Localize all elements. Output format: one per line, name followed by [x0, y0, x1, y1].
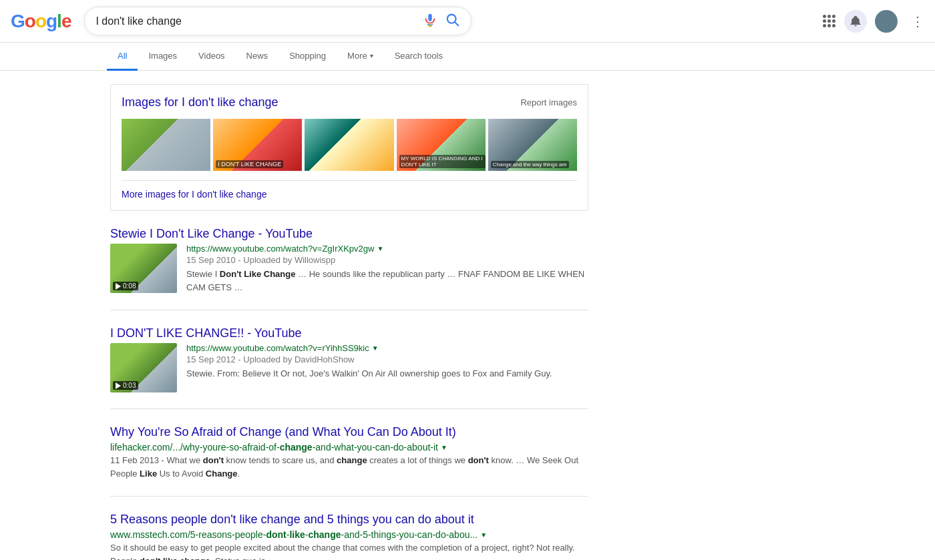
google-logo[interactable]: Google — [11, 11, 71, 32]
result-with-thumb-2: 0:03 https://www.youtube.com/watch?v=rYi… — [110, 343, 588, 392]
tab-images[interactable]: Images — [138, 43, 188, 71]
logo-g2: g — [46, 11, 57, 31]
image-section-header: Images for I don't like change Report im… — [122, 95, 577, 109]
result-url-2: https://www.youtube.com/watch?v=rYihhSS9… — [186, 343, 588, 353]
thumb-overlay-4: MY WORLD IS CHANGING AND I DON'T LIKE IT — [399, 155, 486, 168]
play-icon-2 — [116, 382, 121, 389]
tab-news[interactable]: News — [236, 43, 279, 71]
report-images-link[interactable]: Report images — [520, 97, 577, 107]
logo-l: l — [57, 11, 61, 31]
result-title-4[interactable]: 5 Reasons people don't like change and 5… — [110, 513, 588, 527]
image-thumb-2[interactable]: I DON'T LIKE CHANGE — [213, 119, 302, 171]
svg-line-4 — [455, 22, 459, 25]
logo-g: G — [11, 11, 25, 31]
result-title-1[interactable]: Stewie I Don't Like Change - YouTube — [110, 227, 588, 241]
search-bar — [84, 7, 472, 35]
image-thumb-5[interactable]: Change and the way things are — [488, 119, 577, 171]
result-title-2[interactable]: I DON'T LIKE CHANGE!! - YouTube — [110, 326, 588, 340]
result-url-arrow-2[interactable]: ▼ — [372, 344, 379, 352]
result-url-arrow-3[interactable]: ▼ — [441, 444, 447, 451]
tab-videos[interactable]: Videos — [188, 43, 236, 71]
image-thumb-4[interactable]: MY WORLD IS CHANGING AND I DON'T LIKE IT — [397, 119, 486, 171]
image-thumb-1[interactable] — [122, 119, 210, 171]
notification-icon[interactable] — [844, 10, 867, 33]
header-right: ⋮ — [823, 10, 924, 33]
result-url-4: www.msstech.com/5-reasons-people-dont-li… — [110, 529, 588, 540]
video-duration-1: 0:08 — [113, 282, 138, 290]
image-section: Images for I don't like change Report im… — [110, 84, 588, 211]
result-item-4: 5 Reasons people don't like change and 5… — [110, 513, 588, 560]
tab-all[interactable]: All — [107, 43, 138, 71]
result-item-2: I DON'T LIKE CHANGE!! - YouTube 0:03 htt… — [110, 326, 588, 409]
avatar[interactable] — [875, 10, 898, 33]
search-input[interactable] — [96, 15, 423, 27]
result-content-2: https://www.youtube.com/watch?v=rYihhSS9… — [186, 343, 588, 392]
result-url-arrow-4[interactable]: ▼ — [480, 531, 487, 539]
image-thumb-3[interactable] — [305, 119, 393, 171]
result-snippet-3: 11 Feb 2013 - What we don't know tends t… — [110, 454, 588, 480]
result-snippet-4: So it should be easy to get people excit… — [110, 541, 588, 560]
play-icon-1 — [116, 283, 121, 290]
result-url-arrow-1[interactable]: ▼ — [377, 245, 383, 252]
more-images-link[interactable]: More images for I don't like change — [122, 180, 577, 200]
mic-icon[interactable] — [423, 13, 437, 29]
result-date-2: 15 Sep 2012 - Uploaded by DavidHohShow — [186, 354, 588, 364]
more-dropdown-arrow: ▾ — [370, 52, 373, 59]
main-content: Images for I don't like change Report im… — [104, 84, 595, 560]
search-icons — [423, 13, 460, 29]
logo-e: e — [61, 11, 71, 31]
result-item-3: Why You're So Afraid of Change (and What… — [110, 425, 588, 497]
apps-grid-icon[interactable] — [823, 15, 836, 28]
video-duration-2: 0:03 — [113, 381, 138, 390]
result-thumb-1[interactable]: 0:08 — [110, 244, 177, 293]
result-url-3: lifehacker.com/.../why-youre-so-afraid-o… — [110, 442, 588, 453]
more-vert-icon[interactable]: ⋮ — [911, 13, 924, 29]
result-date-1: 15 Sep 2010 - Uploaded by Willowispp — [186, 255, 588, 265]
result-thumb-2[interactable]: 0:03 — [110, 343, 177, 392]
nav-tabs: All Images Videos News Shopping More ▾ S… — [0, 43, 935, 71]
result-content-1: https://www.youtube.com/watch?v=ZgIrXKpv… — [186, 244, 588, 294]
result-title-3[interactable]: Why You're So Afraid of Change (and What… — [110, 425, 588, 439]
thumb-overlay-2: I DON'T LIKE CHANGE — [216, 160, 283, 168]
image-section-title[interactable]: Images for I don't like change — [122, 95, 278, 109]
result-with-thumb-1: 0:08 https://www.youtube.com/watch?v=ZgI… — [110, 244, 588, 294]
search-icon[interactable] — [445, 13, 460, 29]
tab-shopping[interactable]: Shopping — [278, 43, 337, 71]
svg-rect-0 — [429, 14, 433, 21]
thumb-overlay-5: Change and the way things are — [491, 161, 569, 168]
result-url-1: https://www.youtube.com/watch?v=ZgIrXKpv… — [186, 244, 588, 254]
header: Google — [0, 0, 935, 43]
result-snippet-1: Stewie I Don't Like Change … He sounds l… — [186, 268, 588, 294]
logo-o1: o — [25, 11, 35, 31]
tab-more[interactable]: More ▾ — [337, 43, 384, 71]
image-strip: I DON'T LIKE CHANGE MY WORLD IS CHANGING… — [122, 119, 577, 171]
logo-o2: o — [35, 11, 46, 31]
tab-search-tools[interactable]: Search tools — [384, 43, 453, 71]
result-item-1: Stewie I Don't Like Change - YouTube 0:0… — [110, 227, 588, 310]
result-snippet-2: Stewie. From: Believe It Or not, Joe's W… — [186, 367, 588, 380]
